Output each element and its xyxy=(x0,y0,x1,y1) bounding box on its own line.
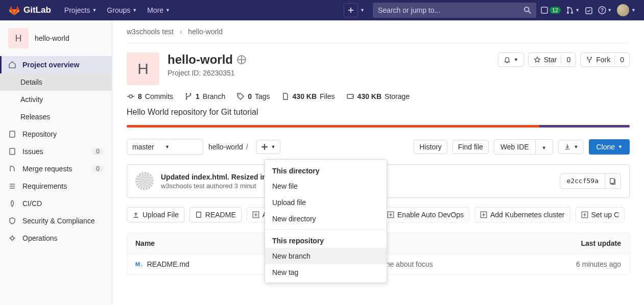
chevron-down-icon: ▼ xyxy=(132,8,137,13)
project-name: hello-world xyxy=(35,34,69,42)
fork-button[interactable]: Fork0 xyxy=(580,53,630,67)
svg-point-18 xyxy=(238,94,240,95)
merge-request-icon xyxy=(566,6,574,14)
svg-point-11 xyxy=(587,57,588,58)
dropdown-new-directory[interactable]: New directory xyxy=(265,211,387,227)
nav-groups[interactable]: Groups▼ xyxy=(102,6,142,14)
stat-storage[interactable]: 430 KBStorage xyxy=(346,92,410,100)
breadcrumb-group[interactable]: w3schools test xyxy=(127,28,174,36)
chevron-down-icon: ▼ xyxy=(514,57,518,62)
chevron-down-icon: ▼ xyxy=(575,8,580,13)
svg-point-3 xyxy=(567,12,569,14)
dropdown-new-branch[interactable]: New branch xyxy=(265,248,387,264)
nav-more[interactable]: More▼ xyxy=(142,6,175,14)
chip-upload-file[interactable]: Upload File xyxy=(127,207,184,222)
svg-point-20 xyxy=(352,96,353,97)
list-icon xyxy=(8,182,16,190)
svg-point-10 xyxy=(11,237,14,240)
chip-setup-ci[interactable]: Set up C xyxy=(576,207,625,222)
svg-point-0 xyxy=(524,7,529,12)
svg-point-14 xyxy=(129,95,132,98)
add-to-tree-button[interactable]: ▼ xyxy=(256,140,280,154)
svg-text:?: ? xyxy=(601,8,604,13)
web-ide-button[interactable]: Web IDE▼ xyxy=(494,139,553,155)
stat-branches[interactable]: 1Branch xyxy=(184,92,225,100)
svg-point-13 xyxy=(589,61,590,63)
chip-enable-devops[interactable]: Enable Auto DevOps xyxy=(381,207,469,222)
sidebar-item-operations[interactable]: Operations xyxy=(0,230,112,247)
sidebar-sub-releases[interactable]: Releases xyxy=(0,108,112,125)
todos-link[interactable] xyxy=(585,6,593,14)
repo-toolbar: master▼ hello-world/ ▼ History Find file… xyxy=(127,139,630,155)
notification-button[interactable]: ▼ xyxy=(498,53,524,67)
brand-text: GitLab xyxy=(23,5,51,15)
question-icon: ? xyxy=(598,6,606,14)
chevron-right-icon: › xyxy=(180,28,182,36)
sidebar-sub-details[interactable]: Details xyxy=(0,73,112,91)
dropdown-header-directory: This directory xyxy=(265,162,387,178)
svg-point-4 xyxy=(571,12,573,14)
help-link[interactable]: ?▼ xyxy=(598,6,612,14)
project-description: Hello World repository for Git tutorial xyxy=(127,108,630,117)
tanuki-icon xyxy=(8,4,20,16)
plus-icon xyxy=(261,143,268,150)
merge-requests-link[interactable]: ▼ xyxy=(566,6,580,14)
sidebar-item-overview[interactable]: Project overview xyxy=(0,56,112,73)
sidebar-item-requirements[interactable]: Requirements xyxy=(0,177,112,195)
dropdown-new-tag[interactable]: New tag xyxy=(265,264,387,281)
sidebar-item-repository[interactable]: Repository xyxy=(0,125,112,143)
gear-icon xyxy=(8,234,16,242)
commit-icon xyxy=(127,92,135,100)
copy-sha-button[interactable] xyxy=(605,173,621,189)
clone-button[interactable]: Clone▼ xyxy=(589,139,630,155)
download-button[interactable]: ▼ xyxy=(558,140,584,154)
doc-icon xyxy=(8,130,16,138)
sidebar-item-security[interactable]: Security & Compliance xyxy=(0,212,112,230)
sidebar-project-header[interactable]: H hello-world xyxy=(0,20,112,56)
upload-icon xyxy=(132,211,139,218)
user-menu[interactable]: ▼ xyxy=(617,4,636,16)
dropdown-new-file[interactable]: New file xyxy=(265,178,387,194)
chip-add-k8s[interactable]: Add Kubernetes cluster xyxy=(474,207,570,222)
stat-commits[interactable]: 8Commits xyxy=(127,92,173,100)
star-button[interactable]: Star0 xyxy=(528,53,576,67)
breadcrumb: w3schools test › hello-world xyxy=(112,20,644,41)
project-id: Project ID: 26230351 xyxy=(168,69,246,77)
sidebar-sub-activity[interactable]: Activity xyxy=(0,91,112,108)
branch-select[interactable]: master▼ xyxy=(127,139,203,155)
gitlab-logo[interactable]: GitLab xyxy=(8,4,51,16)
breadcrumb-project[interactable]: hello-world xyxy=(188,28,223,36)
svg-rect-1 xyxy=(541,7,547,13)
global-search[interactable]: Search or jump to... xyxy=(373,3,536,18)
svg-point-2 xyxy=(567,7,569,9)
bell-icon xyxy=(504,56,511,63)
chevron-down-icon: ▼ xyxy=(607,8,612,13)
find-file-button[interactable]: Find file xyxy=(452,140,489,154)
sidebar-item-merge-requests[interactable]: Merge requests 0 xyxy=(0,160,112,177)
commit-sha[interactable]: e2ccf59a xyxy=(560,173,605,189)
clipboard-icon xyxy=(609,178,616,185)
file-icon xyxy=(281,92,290,100)
star-icon xyxy=(534,56,541,63)
home-icon xyxy=(8,61,16,69)
sidebar-item-issues[interactable]: Issues 0 xyxy=(0,143,112,160)
issues-link[interactable]: 12 xyxy=(540,6,561,14)
new-dropdown[interactable] xyxy=(344,3,358,17)
dropdown-upload-file[interactable]: Upload file xyxy=(265,194,387,211)
plus-square-icon xyxy=(387,211,394,218)
sidebar-item-cicd[interactable]: CI/CD xyxy=(0,195,112,212)
merge-icon xyxy=(8,165,16,173)
tag-icon xyxy=(236,92,245,100)
history-button[interactable]: History xyxy=(414,140,447,154)
topbar: GitLab Projects▼ Groups▼ More▼ ▼ Search … xyxy=(0,0,644,20)
chevron-down-icon: ▼ xyxy=(92,8,97,13)
nav-projects[interactable]: Projects▼ xyxy=(59,6,102,14)
stat-files[interactable]: 430 KBFiles xyxy=(281,92,335,100)
visibility-public-icon xyxy=(237,55,246,64)
stat-tags[interactable]: 0Tags xyxy=(236,92,270,100)
sidebar: H hello-world Project overview Details A… xyxy=(0,20,112,305)
chip-readme[interactable]: README xyxy=(189,207,242,222)
project-avatar: H xyxy=(8,28,29,48)
svg-rect-22 xyxy=(610,179,614,184)
chevron-down-icon: ▼ xyxy=(271,144,276,149)
